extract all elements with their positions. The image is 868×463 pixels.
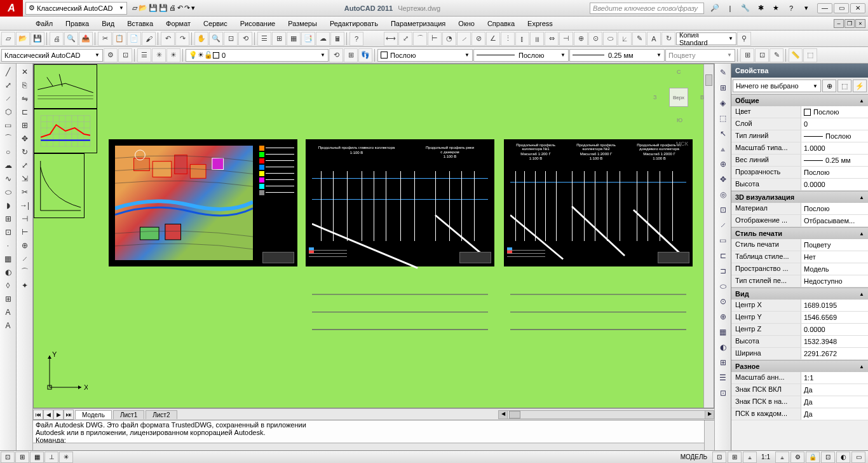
tab-first-icon[interactable]: ⏮: [33, 410, 43, 420]
section-general[interactable]: Общие▲: [731, 95, 868, 106]
block-create-icon[interactable]: ⊡: [755, 48, 769, 62]
status-grid-icon[interactable]: ▦: [30, 452, 44, 463]
qat-open-icon[interactable]: 📂: [139, 4, 147, 12]
rotate-icon[interactable]: ↻: [18, 145, 32, 158]
binoculars-icon[interactable]: 🔎: [708, 3, 722, 14]
sheetset-icon[interactable]: 📑: [301, 32, 315, 46]
tool-13-icon[interactable]: ⊏: [716, 249, 730, 263]
break-icon[interactable]: ⊢: [18, 225, 32, 238]
zoom-icon[interactable]: 🔍: [209, 32, 223, 46]
app-logo[interactable]: A: [0, 0, 23, 17]
trim-icon[interactable]: ✂: [18, 185, 32, 198]
status-lock-icon[interactable]: 🔒: [806, 452, 820, 463]
help-icon[interactable]: ?: [784, 3, 798, 14]
toggle-pickadd-icon[interactable]: ⊕: [822, 79, 836, 92]
tool-12-icon[interactable]: ▭: [716, 233, 730, 247]
zoom-prev-icon[interactable]: ⟲: [238, 32, 252, 46]
menu-tools[interactable]: Сервис: [197, 18, 234, 29]
inspect-icon[interactable]: ⬭: [603, 32, 617, 46]
status-hardware-icon[interactable]: ⊡: [821, 452, 835, 463]
dimstyle-combo[interactable]: Копия Standard▼: [676, 32, 736, 45]
help-dropdown-icon[interactable]: ▾: [799, 3, 813, 14]
status-clean-icon[interactable]: ▭: [851, 452, 865, 463]
menu-edit[interactable]: Правка: [59, 18, 95, 29]
qat-saveas-icon[interactable]: 💾: [159, 4, 168, 12]
qat-new-icon[interactable]: ▱: [132, 4, 137, 12]
block-insert-icon[interactable]: ⊞: [740, 48, 754, 62]
menu-help[interactable]: Справка: [481, 18, 521, 29]
open-icon[interactable]: 📂: [16, 32, 30, 46]
layer-walk-icon[interactable]: 👣: [358, 48, 372, 62]
section-plot[interactable]: Стиль печати▲: [731, 228, 868, 239]
redo-icon[interactable]: ↷: [175, 32, 189, 46]
copy-icon[interactable]: 📋: [112, 32, 126, 46]
mtext-icon[interactable]: A: [1, 305, 15, 319]
status-quickview-icon[interactable]: ⊡: [712, 452, 726, 463]
tool-5-icon[interactable]: ↖: [716, 127, 730, 141]
status-infer-icon[interactable]: ⊡: [1, 452, 15, 463]
save-icon[interactable]: 💾: [31, 32, 44, 46]
preview-icon[interactable]: 🔍: [64, 32, 78, 46]
dim-radius-icon[interactable]: ◔: [442, 32, 456, 46]
layer-iso-icon[interactable]: ☀: [166, 48, 180, 62]
layer-states-icon[interactable]: ✳: [152, 48, 166, 62]
toolpalettes-icon[interactable]: ▦: [287, 32, 301, 46]
dim-space-icon[interactable]: ⇔: [545, 32, 559, 46]
tool-1-icon[interactable]: ✎: [716, 66, 730, 79]
center-mark-icon[interactable]: ⊙: [588, 32, 602, 46]
dim-edit-icon[interactable]: ✎: [632, 32, 646, 46]
status-snap-icon[interactable]: ⊞: [15, 452, 29, 463]
tool-6-icon[interactable]: ⟁: [716, 142, 730, 156]
block-edit-icon[interactable]: ✎: [770, 48, 783, 62]
tool-22-icon[interactable]: ⊡: [716, 386, 730, 400]
tool-14-icon[interactable]: ⊐: [716, 264, 730, 278]
tool-10-icon[interactable]: ⊡: [716, 203, 730, 217]
status-ws-icon[interactable]: ⚙: [790, 452, 804, 463]
drawing-canvas[interactable]: Продольный профиль главного коллектора 1…: [33, 64, 714, 408]
tool-19-icon[interactable]: ◐: [716, 340, 730, 354]
layer-prev-icon[interactable]: ⟲: [329, 48, 343, 62]
layer-combo[interactable]: 💡 ☀ 🔓 0▼: [186, 49, 329, 62]
minimize-button[interactable]: —: [817, 3, 832, 13]
tool-8-icon[interactable]: ✥: [716, 172, 730, 186]
command-line[interactable]: Файл Autodesk DWG. Это файл формата Trus…: [33, 420, 714, 450]
join-icon[interactable]: ⊕: [18, 238, 32, 252]
tool-3-icon[interactable]: ◈: [716, 96, 730, 110]
menu-parametric[interactable]: Параметризация: [384, 18, 452, 29]
stretch-icon[interactable]: ⇲: [18, 172, 32, 185]
tab-next-icon[interactable]: ▶: [53, 410, 64, 420]
star-icon[interactable]: ★: [769, 3, 783, 14]
help2-icon[interactable]: ?: [349, 32, 363, 46]
menu-express[interactable]: Express: [521, 18, 559, 29]
workspace-combo2[interactable]: Классический AutoCAD▼: [1, 49, 103, 62]
dim-ordinate-icon[interactable]: ⊢: [428, 32, 442, 46]
line-icon[interactable]: ╱: [1, 65, 15, 78]
arc-icon[interactable]: ⌒: [1, 132, 15, 145]
ws-settings-icon[interactable]: ⚙: [104, 48, 118, 62]
tool-2-icon[interactable]: ⊞: [716, 81, 730, 95]
move-icon[interactable]: ✥: [18, 132, 32, 145]
tool-20-icon[interactable]: ⊞: [716, 356, 730, 370]
scale-icon[interactable]: ⤢: [18, 158, 32, 172]
exchange-icon[interactable]: ✱: [754, 3, 768, 14]
polygon-icon[interactable]: ⬡: [1, 105, 15, 118]
doc-minimize-button[interactable]: –: [834, 19, 844, 28]
tool-icon[interactable]: 🔧: [738, 3, 752, 14]
qat-save-icon[interactable]: 💾: [149, 4, 158, 12]
pan-icon[interactable]: ✋: [194, 32, 208, 46]
doc-close-button[interactable]: ×: [855, 19, 865, 28]
qat-redo-icon[interactable]: ↷: [184, 4, 190, 12]
tab-layout2[interactable]: Лист2: [146, 410, 177, 419]
section-3dviz[interactable]: 3D визуализация▲: [731, 191, 868, 203]
new-icon[interactable]: ▱: [1, 32, 15, 46]
dim-continue-icon[interactable]: ⫼: [530, 32, 544, 46]
status-ortho-icon[interactable]: ⊥: [44, 452, 58, 463]
menu-window[interactable]: Окно: [452, 18, 481, 29]
mirror-icon[interactable]: ⇋: [18, 92, 32, 105]
point-icon[interactable]: ·: [1, 238, 15, 252]
status-scale-label[interactable]: 1:1: [757, 453, 774, 460]
cut-icon[interactable]: ✂: [98, 32, 112, 46]
status-annoscale-icon[interactable]: ⟁: [743, 452, 757, 463]
tool-9-icon[interactable]: ◎: [716, 188, 730, 202]
jog-linear-icon[interactable]: ⟀: [618, 32, 632, 46]
